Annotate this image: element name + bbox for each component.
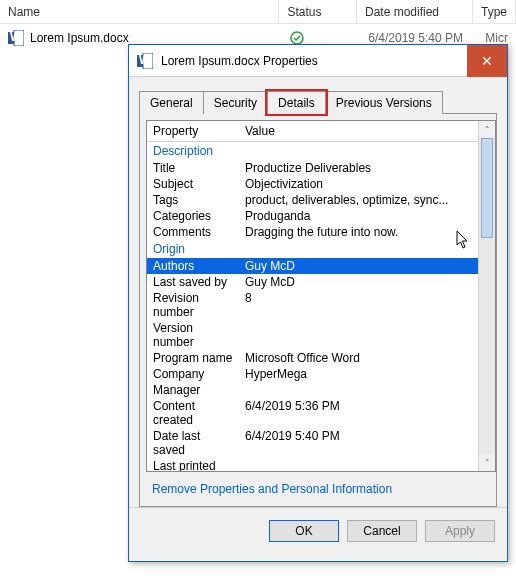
row-last-printed[interactable]: Last printed: [147, 458, 478, 471]
row-subject[interactable]: SubjectObjectivization: [147, 176, 478, 192]
scroll-up-button[interactable]: ˄: [479, 121, 495, 138]
titlebar[interactable]: W Lorem Ipsum.docx Properties ✕: [129, 45, 507, 77]
apply-button[interactable]: Apply: [425, 520, 495, 542]
scroll-thumb[interactable]: [481, 138, 493, 238]
file-status: [282, 31, 360, 45]
header-value[interactable]: Value: [239, 121, 478, 141]
button-row: OK Cancel Apply: [129, 507, 507, 554]
file-date: 6/4/2019 5:40 PM: [360, 31, 477, 45]
property-list[interactable]: Property Value Description TitleProducti…: [146, 120, 496, 472]
column-headers: Name Status Date modified Type: [0, 0, 516, 24]
vertical-scrollbar[interactable]: ˄ ˅: [478, 121, 495, 471]
row-date-saved[interactable]: Date last saved6/4/2019 5:40 PM: [147, 428, 478, 458]
col-name[interactable]: Name: [0, 0, 279, 23]
row-title[interactable]: TitleProductize Deliverables: [147, 160, 478, 176]
word-doc-icon: W: [8, 30, 24, 46]
row-categories[interactable]: CategoriesProduganda: [147, 208, 478, 224]
tab-strip: General Security Details Previous Versio…: [129, 77, 507, 113]
cancel-button[interactable]: Cancel: [347, 520, 417, 542]
row-created[interactable]: Content created6/4/2019 5:36 PM: [147, 398, 478, 428]
col-date[interactable]: Date modified: [357, 0, 473, 23]
section-description: Description: [147, 142, 478, 160]
word-doc-icon: W: [137, 53, 153, 69]
file-type: Micr: [477, 31, 516, 45]
close-button[interactable]: ✕: [467, 45, 507, 77]
scroll-track[interactable]: [479, 138, 495, 454]
ok-button[interactable]: OK: [269, 520, 339, 542]
tab-details[interactable]: Details: [267, 91, 326, 114]
tab-general[interactable]: General: [139, 91, 204, 114]
tab-security[interactable]: Security: [203, 91, 268, 114]
tab-previous-versions[interactable]: Previous Versions: [325, 91, 443, 114]
row-tags[interactable]: Tagsproduct, deliverables, optimize, syn…: [147, 192, 478, 208]
link-row: Remove Properties and Personal Informati…: [146, 472, 496, 500]
remove-properties-link[interactable]: Remove Properties and Personal Informati…: [152, 482, 392, 496]
scroll-down-button[interactable]: ˅: [479, 454, 495, 471]
row-revision[interactable]: Revision number8: [147, 290, 478, 320]
section-origin: Origin: [147, 240, 478, 258]
row-version[interactable]: Version number: [147, 320, 478, 350]
sync-check-icon: [290, 31, 304, 45]
properties-dialog: W Lorem Ipsum.docx Properties ✕ General …: [128, 44, 508, 562]
row-company[interactable]: CompanyHyperMega: [147, 366, 478, 382]
dialog-title: Lorem Ipsum.docx Properties: [161, 54, 467, 68]
header-property[interactable]: Property: [147, 121, 239, 141]
file-name: Lorem Ipsum.docx: [30, 31, 129, 45]
list-header: Property Value: [147, 121, 478, 142]
svg-text:W: W: [139, 53, 151, 67]
row-manager[interactable]: Manager: [147, 382, 478, 398]
row-comments[interactable]: CommentsDragging the future into now.: [147, 224, 478, 240]
row-program[interactable]: Program nameMicrosoft Office Word: [147, 350, 478, 366]
tab-body: Property Value Description TitleProducti…: [139, 113, 497, 507]
col-status[interactable]: Status: [279, 0, 357, 23]
col-type[interactable]: Type: [473, 0, 516, 23]
svg-text:W: W: [10, 30, 22, 44]
row-last-saved-by[interactable]: Last saved byGuy McD: [147, 274, 478, 290]
row-authors[interactable]: AuthorsGuy McD: [147, 258, 478, 274]
